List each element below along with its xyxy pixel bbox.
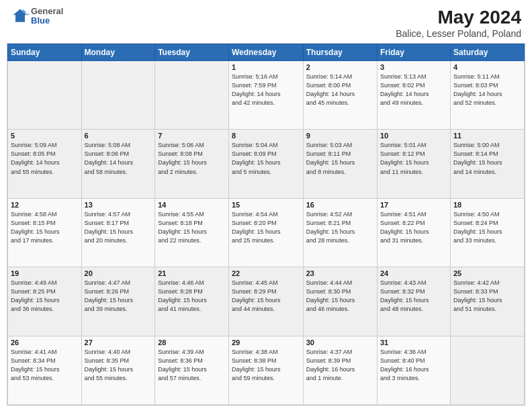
day-number: 20 bbox=[85, 269, 152, 277]
day-info: Sunrise: 5:14 AM Sunset: 8:00 PM Dayligh… bbox=[306, 73, 374, 107]
day-cell: 31Sunrise: 4:36 AM Sunset: 8:40 PM Dayli… bbox=[377, 336, 450, 404]
day-cell: 17Sunrise: 4:51 AM Sunset: 8:22 PM Dayli… bbox=[377, 198, 450, 267]
day-info: Sunrise: 4:38 AM Sunset: 8:38 PM Dayligh… bbox=[232, 348, 300, 383]
day-number: 12 bbox=[11, 201, 79, 209]
day-cell: 1Sunrise: 5:16 AM Sunset: 7:59 PM Daylig… bbox=[228, 61, 303, 130]
week-row-2: 12Sunrise: 4:58 AM Sunset: 8:15 PM Dayli… bbox=[8, 198, 525, 267]
day-info: Sunrise: 4:46 AM Sunset: 8:28 PM Dayligh… bbox=[158, 279, 226, 314]
day-number: 15 bbox=[232, 201, 300, 209]
calendar-header: SundayMondayTuesdayWednesdayThursdayFrid… bbox=[8, 44, 525, 61]
day-number: 19 bbox=[11, 269, 79, 277]
day-info: Sunrise: 5:04 AM Sunset: 8:09 PM Dayligh… bbox=[232, 141, 300, 176]
day-cell: 23Sunrise: 4:44 AM Sunset: 8:30 PM Dayli… bbox=[303, 267, 377, 336]
day-number: 26 bbox=[11, 338, 79, 347]
day-info: Sunrise: 4:41 AM Sunset: 8:34 PM Dayligh… bbox=[11, 348, 79, 383]
day-cell: 16Sunrise: 4:52 AM Sunset: 8:21 PM Dayli… bbox=[303, 198, 377, 267]
col-header-monday: Monday bbox=[81, 44, 155, 61]
day-number: 4 bbox=[453, 63, 521, 71]
day-info: Sunrise: 4:52 AM Sunset: 8:21 PM Dayligh… bbox=[306, 210, 374, 245]
day-info: Sunrise: 5:08 AM Sunset: 8:06 PM Dayligh… bbox=[85, 141, 152, 176]
day-number: 17 bbox=[380, 201, 447, 209]
day-number: 11 bbox=[453, 132, 521, 140]
week-row-1: 5Sunrise: 5:09 AM Sunset: 8:05 PM Daylig… bbox=[8, 130, 525, 198]
day-cell: 21Sunrise: 4:46 AM Sunset: 8:28 PM Dayli… bbox=[155, 267, 229, 336]
logo-text: General Blue bbox=[31, 7, 63, 26]
day-cell: 19Sunrise: 4:49 AM Sunset: 8:25 PM Dayli… bbox=[8, 267, 82, 336]
header: General Blue May 2024 Balice, Lesser Pol… bbox=[0, 0, 532, 43]
col-header-thursday: Thursday bbox=[303, 44, 377, 61]
day-info: Sunrise: 4:51 AM Sunset: 8:22 PM Dayligh… bbox=[380, 210, 447, 245]
day-info: Sunrise: 5:03 AM Sunset: 8:11 PM Dayligh… bbox=[306, 141, 374, 176]
day-info: Sunrise: 5:09 AM Sunset: 8:05 PM Dayligh… bbox=[11, 141, 79, 176]
day-cell: 11Sunrise: 5:00 AM Sunset: 8:14 PM Dayli… bbox=[450, 130, 524, 198]
day-info: Sunrise: 4:49 AM Sunset: 8:25 PM Dayligh… bbox=[11, 279, 79, 314]
day-cell: 6Sunrise: 5:08 AM Sunset: 8:06 PM Daylig… bbox=[81, 130, 155, 198]
day-cell: 25Sunrise: 4:42 AM Sunset: 8:33 PM Dayli… bbox=[450, 267, 524, 336]
day-number: 9 bbox=[306, 132, 374, 140]
day-number: 31 bbox=[380, 338, 447, 347]
day-info: Sunrise: 4:45 AM Sunset: 8:29 PM Dayligh… bbox=[232, 279, 300, 314]
day-number: 6 bbox=[85, 132, 152, 140]
logo-blue-text: Blue bbox=[31, 16, 63, 26]
day-cell: 22Sunrise: 4:45 AM Sunset: 8:29 PM Dayli… bbox=[228, 267, 303, 336]
day-number: 13 bbox=[85, 201, 152, 209]
day-cell: 5Sunrise: 5:09 AM Sunset: 8:05 PM Daylig… bbox=[8, 130, 82, 198]
day-cell: 4Sunrise: 5:11 AM Sunset: 8:03 PM Daylig… bbox=[450, 61, 524, 130]
day-number: 25 bbox=[453, 269, 521, 277]
day-cell: 10Sunrise: 5:01 AM Sunset: 8:12 PM Dayli… bbox=[377, 130, 450, 198]
day-info: Sunrise: 4:55 AM Sunset: 8:18 PM Dayligh… bbox=[158, 210, 226, 245]
day-cell: 13Sunrise: 4:57 AM Sunset: 8:17 PM Dayli… bbox=[81, 198, 155, 267]
day-cell: 14Sunrise: 4:55 AM Sunset: 8:18 PM Dayli… bbox=[155, 198, 229, 267]
col-header-saturday: Saturday bbox=[450, 44, 524, 61]
day-info: Sunrise: 4:47 AM Sunset: 8:26 PM Dayligh… bbox=[85, 279, 152, 314]
calendar: SundayMondayTuesdayWednesdayThursdayFrid… bbox=[7, 43, 525, 406]
svg-marker-0 bbox=[13, 9, 28, 22]
calendar-body: 1Sunrise: 5:16 AM Sunset: 7:59 PM Daylig… bbox=[8, 61, 525, 405]
month-title: May 2024 bbox=[396, 7, 521, 28]
day-cell: 29Sunrise: 4:38 AM Sunset: 8:38 PM Dayli… bbox=[228, 336, 303, 404]
day-cell: 20Sunrise: 4:47 AM Sunset: 8:26 PM Dayli… bbox=[81, 267, 155, 336]
day-cell bbox=[155, 61, 229, 130]
week-row-3: 19Sunrise: 4:49 AM Sunset: 8:25 PM Dayli… bbox=[8, 267, 525, 336]
day-number: 5 bbox=[11, 132, 79, 140]
day-info: Sunrise: 5:06 AM Sunset: 8:08 PM Dayligh… bbox=[158, 141, 226, 176]
week-row-0: 1Sunrise: 5:16 AM Sunset: 7:59 PM Daylig… bbox=[8, 61, 525, 130]
day-info: Sunrise: 5:00 AM Sunset: 8:14 PM Dayligh… bbox=[453, 141, 521, 176]
day-cell: 7Sunrise: 5:06 AM Sunset: 8:08 PM Daylig… bbox=[155, 130, 229, 198]
day-number: 24 bbox=[380, 269, 447, 277]
location: Balice, Lesser Poland, Poland bbox=[396, 28, 521, 39]
day-number: 29 bbox=[232, 338, 300, 347]
col-header-sunday: Sunday bbox=[8, 44, 82, 61]
day-number: 2 bbox=[306, 63, 374, 71]
day-number: 16 bbox=[306, 201, 374, 209]
day-info: Sunrise: 4:42 AM Sunset: 8:33 PM Dayligh… bbox=[453, 279, 521, 314]
day-info: Sunrise: 4:36 AM Sunset: 8:40 PM Dayligh… bbox=[380, 348, 447, 383]
day-cell: 12Sunrise: 4:58 AM Sunset: 8:15 PM Dayli… bbox=[8, 198, 82, 267]
day-info: Sunrise: 5:01 AM Sunset: 8:12 PM Dayligh… bbox=[380, 141, 447, 176]
day-number: 21 bbox=[158, 269, 226, 277]
logo-icon bbox=[11, 7, 30, 26]
day-info: Sunrise: 4:44 AM Sunset: 8:30 PM Dayligh… bbox=[306, 279, 374, 314]
header-row: SundayMondayTuesdayWednesdayThursdayFrid… bbox=[8, 44, 525, 61]
day-info: Sunrise: 4:58 AM Sunset: 8:15 PM Dayligh… bbox=[11, 210, 79, 245]
day-cell: 28Sunrise: 4:39 AM Sunset: 8:36 PM Dayli… bbox=[155, 336, 229, 404]
day-info: Sunrise: 4:39 AM Sunset: 8:36 PM Dayligh… bbox=[158, 348, 226, 383]
day-number: 22 bbox=[232, 269, 300, 277]
week-row-4: 26Sunrise: 4:41 AM Sunset: 8:34 PM Dayli… bbox=[8, 336, 525, 404]
col-header-friday: Friday bbox=[377, 44, 450, 61]
day-cell: 15Sunrise: 4:54 AM Sunset: 8:20 PM Dayli… bbox=[228, 198, 303, 267]
day-cell: 9Sunrise: 5:03 AM Sunset: 8:11 PM Daylig… bbox=[303, 130, 377, 198]
day-number: 18 bbox=[453, 201, 521, 209]
day-info: Sunrise: 5:16 AM Sunset: 7:59 PM Dayligh… bbox=[232, 73, 300, 107]
day-cell bbox=[450, 336, 524, 404]
day-number: 1 bbox=[232, 63, 300, 71]
day-cell: 30Sunrise: 4:37 AM Sunset: 8:39 PM Dayli… bbox=[303, 336, 377, 404]
day-cell: 24Sunrise: 4:43 AM Sunset: 8:32 PM Dayli… bbox=[377, 267, 450, 336]
day-number: 30 bbox=[306, 338, 374, 347]
day-number: 23 bbox=[306, 269, 374, 277]
day-number: 28 bbox=[158, 338, 226, 347]
day-info: Sunrise: 4:40 AM Sunset: 8:35 PM Dayligh… bbox=[85, 348, 152, 383]
day-number: 10 bbox=[380, 132, 447, 140]
day-cell bbox=[81, 61, 155, 130]
header-right: May 2024 Balice, Lesser Poland, Poland bbox=[396, 7, 521, 39]
